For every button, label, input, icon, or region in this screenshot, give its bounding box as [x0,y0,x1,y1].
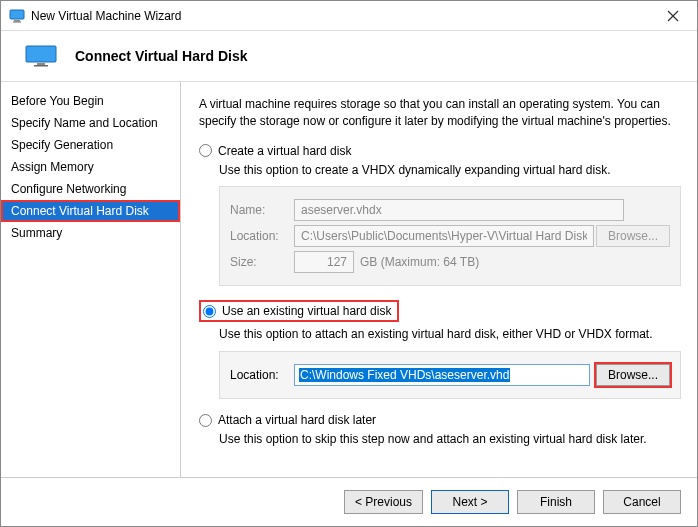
create-browse-button: Browse... [596,225,670,247]
step-before-you-begin[interactable]: Before You Begin [1,90,180,112]
option-existing-block: Use an existing virtual hard disk Use th… [199,300,681,399]
existing-loc-label: Location: [230,368,294,382]
finish-button[interactable]: Finish [517,490,595,514]
previous-button[interactable]: < Previous [344,490,423,514]
radio-existing-highlight: Use an existing virtual hard disk [199,300,399,322]
step-specify-name-location[interactable]: Specify Name and Location [1,112,180,134]
intro-text: A virtual machine requires storage so th… [199,96,681,130]
wizard-footer: < Previous Next > Finish Cancel [1,477,697,526]
app-icon [9,8,25,24]
existing-form: Location: C:\Windows Fixed VHDs\aseserve… [219,351,681,399]
create-loc-label: Location: [230,229,294,243]
svg-rect-1 [14,20,20,22]
svg-rect-6 [37,63,45,65]
existing-browse-button[interactable]: Browse... [596,364,670,386]
svg-rect-5 [26,46,56,62]
step-specify-generation[interactable]: Specify Generation [1,134,180,156]
radio-later-vhd[interactable] [199,414,212,427]
create-size-label: Size: [230,255,294,269]
wizard-body: Before You Begin Specify Name and Locati… [1,82,697,477]
existing-desc: Use this option to attach an existing vi… [219,326,681,343]
radio-existing-label: Use an existing virtual hard disk [222,304,391,318]
existing-loc-input[interactable]: C:\Windows Fixed VHDs\aseserver.vhd [294,364,590,386]
titlebar: New Virtual Machine Wizard [1,1,697,31]
create-form: Name: Location: Browse... Size: GB (Maxi… [219,186,681,286]
radio-create-vhd[interactable] [199,144,212,157]
radio-existing-vhd[interactable] [203,305,216,318]
radio-create-label: Create a virtual hard disk [218,144,351,158]
option-later-block: Attach a virtual hard disk later Use thi… [199,413,681,448]
create-size-unit: GB (Maximum: 64 TB) [360,255,479,269]
step-connect-virtual-hard-disk[interactable]: Connect Virtual Hard Disk [1,200,180,222]
step-configure-networking[interactable]: Configure Networking [1,178,180,200]
close-button[interactable] [653,2,693,30]
svg-rect-0 [10,10,24,19]
create-size-input [294,251,354,273]
option-create-block: Create a virtual hard disk Use this opti… [199,144,681,287]
step-summary[interactable]: Summary [1,222,180,244]
radio-later-label: Attach a virtual hard disk later [218,413,376,427]
close-icon [667,10,679,22]
cancel-button[interactable]: Cancel [603,490,681,514]
create-name-label: Name: [230,203,294,217]
wizard-header: Connect Virtual Hard Disk [1,31,697,82]
create-desc: Use this option to create a VHDX dynamic… [219,162,681,179]
create-loc-input [294,225,594,247]
page-title: Connect Virtual Hard Disk [75,48,247,64]
later-desc: Use this option to skip this step now an… [219,431,681,448]
next-button[interactable]: Next > [431,490,509,514]
create-name-input [294,199,624,221]
svg-rect-7 [34,65,48,67]
window-title: New Virtual Machine Wizard [31,9,653,23]
wizard-content: A virtual machine requires storage so th… [181,82,697,477]
monitor-icon [25,45,57,67]
wizard-window: New Virtual Machine Wizard Connect Virtu… [0,0,698,527]
existing-loc-value: C:\Windows Fixed VHDs\aseserver.vhd [299,368,510,382]
wizard-steps-sidebar: Before You Begin Specify Name and Locati… [1,82,181,477]
svg-rect-2 [13,21,21,22]
step-assign-memory[interactable]: Assign Memory [1,156,180,178]
